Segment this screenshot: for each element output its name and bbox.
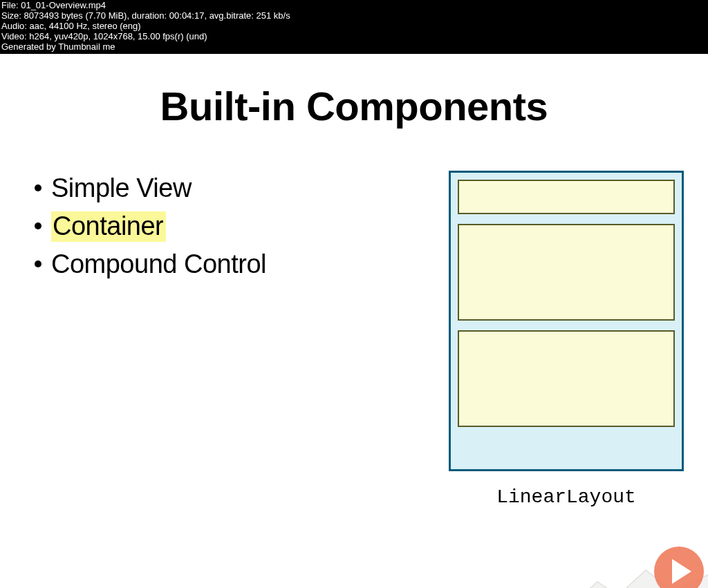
bullet-item: Simple View (35, 169, 445, 207)
layout-child-box (458, 224, 675, 321)
diagram-caption: LinearLayout (445, 486, 687, 508)
bullet-list: Simple View Container Compound Control (35, 169, 445, 508)
bullet-item: Container (35, 207, 445, 245)
diagram-column: LinearLayout (445, 169, 708, 508)
watermark: pluralsight 00:01:12 (649, 547, 704, 588)
play-triangle-icon (672, 559, 691, 584)
file-line: File: 01_01-Overview.mp4 (1, 1, 707, 11)
bullet-label-highlighted: Container (51, 211, 166, 242)
bullet-item: Compound Control (35, 245, 445, 283)
size-line: Size: 8073493 bytes (7.70 MiB), duration… (1, 11, 707, 21)
bullet-dot-icon (35, 260, 41, 267)
audio-line: Audio: aac, 44100 Hz, stereo (eng) (1, 21, 707, 32)
bullet-dot-icon (35, 184, 41, 191)
video-line: Video: h264, yuv420p, 1024x768, 15.00 fp… (1, 32, 707, 42)
play-icon (654, 547, 704, 588)
linear-layout-diagram (449, 171, 684, 471)
slide-frame: Built-in Components Simple View Containe… (0, 83, 708, 588)
metadata-header: File: 01_01-Overview.mp4 Size: 8073493 b… (0, 0, 708, 54)
generated-line: Generated by Thumbnail me (1, 42, 707, 53)
slide-title: Built-in Components (0, 83, 708, 129)
bullet-label: Simple View (51, 173, 192, 202)
layout-child-box (458, 180, 675, 214)
bullet-dot-icon (35, 222, 41, 229)
bullet-label: Compound Control (51, 249, 266, 278)
slide-content: Simple View Container Compound Control L… (0, 169, 708, 508)
layout-child-box (458, 330, 675, 427)
